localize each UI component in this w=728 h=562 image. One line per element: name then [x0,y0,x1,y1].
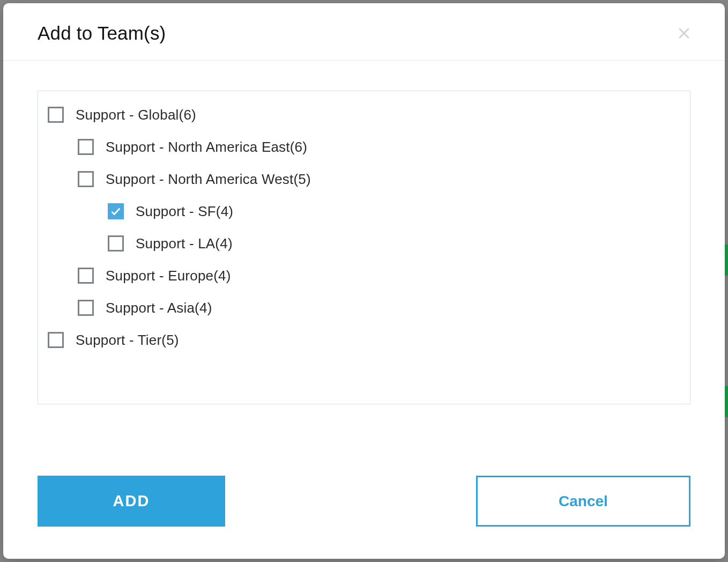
team-label: Support - Tier(5) [76,332,179,349]
team-checkbox[interactable] [108,203,124,219]
modal-title: Add to Team(s) [38,23,166,44]
team-checkbox[interactable] [48,107,64,123]
team-row[interactable]: Support - Tier(5) [48,324,680,356]
team-label: Support - Global(6) [76,107,196,123]
team-label: Support - North America East(6) [106,139,307,156]
team-checkbox[interactable] [78,139,94,155]
team-label: Support - LA(4) [136,235,233,252]
team-row[interactable]: Support - Asia(4) [48,292,680,324]
cancel-button[interactable]: Cancel [476,476,690,527]
team-row[interactable]: Support - Global(6) [48,99,680,131]
team-row[interactable]: Support - North America West(5) [48,163,680,195]
teams-tree[interactable]: Support - Global(6)Support - North Ameri… [38,91,690,404]
team-checkbox[interactable] [78,268,94,284]
team-label: Support - SF(4) [136,203,233,220]
team-row[interactable]: Support - North America East(6) [48,131,680,163]
close-icon [678,27,690,40]
team-label: Support - Europe(4) [106,268,231,284]
modal-header: Add to Team(s) [3,3,725,61]
add-to-teams-modal: Add to Team(s) Support - Global(6)Suppor… [3,3,725,559]
modal-footer: ADD Cancel [3,443,725,559]
team-row[interactable]: Support - SF(4) [48,195,680,227]
team-checkbox[interactable] [108,235,124,252]
team-label: Support - Asia(4) [106,300,212,316]
team-checkbox[interactable] [78,300,94,316]
close-button[interactable] [674,24,694,43]
team-checkbox[interactable] [78,171,94,187]
check-icon [110,205,122,217]
team-row[interactable]: Support - Europe(4) [48,260,680,292]
team-label: Support - North America West(5) [106,171,311,188]
modal-body: Support - Global(6)Support - North Ameri… [3,61,725,443]
add-button[interactable]: ADD [38,476,225,527]
team-checkbox[interactable] [48,332,64,348]
team-row[interactable]: Support - LA(4) [48,227,680,260]
